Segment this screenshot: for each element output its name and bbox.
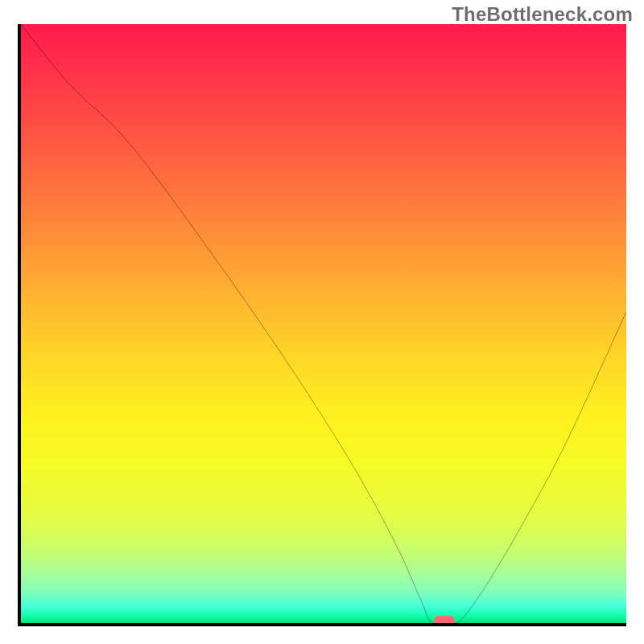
optimal-marker: [434, 616, 455, 625]
watermark-text: TheBottleneck.com: [452, 3, 633, 26]
chart-container: TheBottleneck.com: [0, 0, 644, 644]
plot-area: [18, 24, 626, 626]
bottleneck-curve: [21, 24, 626, 623]
